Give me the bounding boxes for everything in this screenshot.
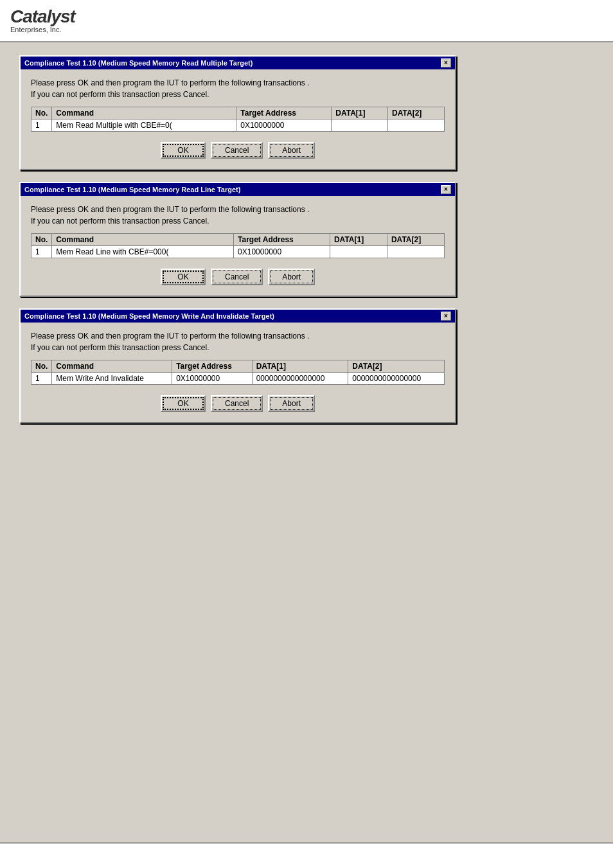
dialog-close-button-2[interactable]: × [441, 185, 451, 194]
dialog-content-1: Please press OK and then program the IUT… [21, 69, 455, 169]
cancel-button-3[interactable]: Cancel [211, 395, 263, 412]
dialog-message-3: Please press OK and then program the IUT… [31, 330, 445, 353]
col-header-1-2: Command [52, 107, 236, 120]
col-header-1-4: DATA[1] [332, 107, 388, 120]
table-cell-1-1-5 [388, 120, 445, 132]
col-header-3-4: DATA[1] [252, 360, 348, 373]
dialog-wrapper-1: Compliance Test 1.10 (Medium Speed Memor… [0, 55, 613, 170]
col-header-3-1: No. [31, 360, 52, 373]
col-header-3-3: Target Address [172, 360, 253, 373]
dialog-title-2: Compliance Test 1.10 (Medium Speed Memor… [24, 186, 240, 193]
ok-button-2[interactable]: OK [161, 269, 206, 285]
table-cell-3-1-2: Mem Write And Invalidate [52, 373, 172, 385]
logo-text: Catalyst [10, 6, 603, 27]
table-cell-3-1-4: 0000000000000000 [252, 373, 348, 385]
dialog-content-2: Please press OK and then program the IUT… [21, 196, 455, 296]
col-header-3-2: Command [52, 360, 172, 373]
col-header-2-2: Command [52, 234, 234, 246]
button-row-1: OKCancelAbort [31, 142, 445, 159]
dialog-close-button-3[interactable]: × [441, 312, 451, 321]
table-cell-3-1-3: 0X10000000 [172, 373, 253, 385]
col-header-2-4: DATA[1] [330, 234, 387, 246]
table-row: 1Mem Write And Invalidate0X1000000000000… [31, 373, 445, 385]
dialog-2: Compliance Test 1.10 (Medium Speed Memor… [19, 182, 456, 297]
table-cell-1-1-1: 1 [31, 120, 52, 132]
col-header-1-5: DATA[2] [388, 107, 445, 120]
cancel-button-2[interactable]: Cancel [211, 269, 263, 285]
dialog-1: Compliance Test 1.10 (Medium Speed Memor… [19, 55, 456, 170]
dialog-wrapper-3: Compliance Test 1.10 (Medium Speed Memor… [0, 308, 613, 423]
table-cell-3-1-1: 1 [31, 373, 52, 385]
dialogs-container: Compliance Test 1.10 (Medium Speed Memor… [0, 55, 613, 423]
abort-button-1[interactable]: Abort [268, 142, 315, 159]
ok-button-1[interactable]: OK [161, 142, 206, 159]
dialog-close-button-1[interactable]: × [441, 58, 451, 67]
data-table-1: No.CommandTarget AddressDATA[1]DATA[2]1M… [31, 107, 445, 132]
col-header-3-5: DATA[2] [348, 360, 445, 373]
ok-button-3[interactable]: OK [161, 395, 206, 412]
logo-subtitle: Enterprises, Inc. [10, 26, 603, 33]
table-cell-1-1-3: 0X10000000 [236, 120, 332, 132]
abort-button-3[interactable]: Abort [268, 395, 315, 412]
col-header-1-3: Target Address [236, 107, 332, 120]
table-row: 1Mem Read Multiple with CBE#=0(0X1000000… [31, 120, 445, 132]
dialog-3: Compliance Test 1.10 (Medium Speed Memor… [19, 308, 456, 423]
dialog-titlebar-1: Compliance Test 1.10 (Medium Speed Memor… [21, 57, 455, 69]
table-cell-2-1-3: 0X10000000 [234, 246, 330, 258]
table-cell-2-1-4 [330, 246, 387, 258]
abort-button-2[interactable]: Abort [268, 269, 315, 285]
table-cell-2-1-1: 1 [31, 246, 52, 258]
dialog-message-2: Please press OK and then program the IUT… [31, 204, 445, 227]
col-header-1-1: No. [31, 107, 52, 120]
table-cell-2-1-5 [387, 246, 444, 258]
table-cell-2-1-2: Mem Read Line with CBE#=000( [52, 246, 234, 258]
button-row-2: OKCancelAbort [31, 269, 445, 285]
dialog-titlebar-3: Compliance Test 1.10 (Medium Speed Memor… [21, 310, 455, 323]
dialog-titlebar-2: Compliance Test 1.10 (Medium Speed Memor… [21, 183, 455, 196]
col-header-2-5: DATA[2] [387, 234, 444, 246]
col-header-2-3: Target Address [234, 234, 330, 246]
dialog-content-3: Please press OK and then program the IUT… [21, 323, 455, 422]
table-row: 1Mem Read Line with CBE#=000(0X10000000 [31, 246, 445, 258]
dialog-title-3: Compliance Test 1.10 (Medium Speed Memor… [24, 312, 274, 320]
cancel-button-1[interactable]: Cancel [211, 142, 263, 159]
col-header-2-1: No. [31, 234, 52, 246]
footer [0, 842, 613, 868]
data-table-3: No.CommandTarget AddressDATA[1]DATA[2]1M… [31, 360, 445, 385]
button-row-3: OKCancelAbort [31, 395, 445, 412]
dialog-title-1: Compliance Test 1.10 (Medium Speed Memor… [24, 59, 253, 67]
dialog-wrapper-2: Compliance Test 1.10 (Medium Speed Memor… [0, 182, 613, 297]
data-table-2: No.CommandTarget AddressDATA[1]DATA[2]1M… [31, 233, 445, 258]
table-cell-1-1-4 [332, 120, 388, 132]
dialog-message-1: Please press OK and then program the IUT… [31, 77, 445, 100]
table-cell-3-1-5: 0000000000000000 [348, 373, 445, 385]
table-cell-1-1-2: Mem Read Multiple with CBE#=0( [52, 120, 236, 132]
header: Catalyst Enterprises, Inc. [0, 0, 613, 42]
